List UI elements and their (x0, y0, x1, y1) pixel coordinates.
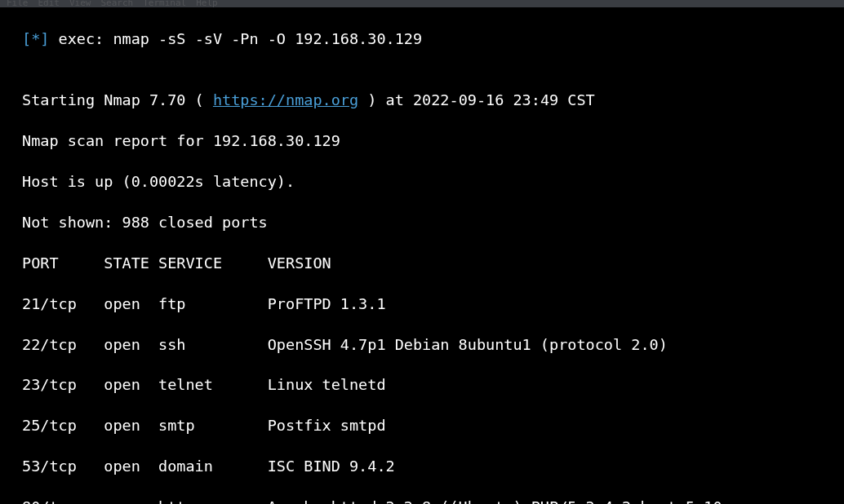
scan-report-line: Nmap scan report for 192.168.30.129 (22, 131, 824, 152)
port-row: 25/tcp open smtp Postfix smtpd (22, 416, 824, 436)
menu-file[interactable]: File (7, 0, 29, 7)
prompt-star-icon: * (31, 30, 40, 47)
port-row: 21/tcp open ftp ProFTPD 1.3.1 (22, 294, 824, 315)
prompt-bracket-close: ] (40, 30, 49, 47)
menu-help[interactable]: Help (196, 0, 218, 7)
host-up-line: Host is up (0.00022s latency). (22, 172, 824, 192)
not-shown-line: Not shown: 988 closed ports (22, 213, 824, 233)
port-header-line: PORT STATE SERVICE VERSION (22, 254, 824, 274)
menu-edit[interactable]: Edit (38, 0, 60, 7)
menu-search[interactable]: Search (101, 0, 134, 7)
menu-view[interactable]: View (69, 0, 91, 7)
exec-command: nmap -sS -sV -Pn -O 192.168.30.129 (113, 30, 422, 47)
prompt-bracket-open: [ (22, 30, 31, 47)
terminal-output[interactable]: [*] exec: nmap -sS -sV -Pn -O 192.168.30… (0, 7, 844, 504)
port-row: 80/tcp open http Apache httpd 2.2.8 ((Ub… (22, 497, 824, 504)
port-row: 53/tcp open domain ISC BIND 9.4.2 (22, 457, 824, 477)
nmap-url-link[interactable]: https://nmap.org (213, 91, 358, 108)
menubar: File Edit View Search Terminal Help (0, 0, 844, 7)
nmap-start-line: Starting Nmap 7.70 ( https://nmap.org ) … (22, 91, 824, 111)
port-row: 22/tcp open ssh OpenSSH 4.7p1 Debian 8ub… (22, 335, 824, 356)
prompt-line: [*] exec: nmap -sS -sV -Pn -O 192.168.30… (22, 29, 824, 50)
exec-label: exec: (49, 30, 113, 47)
menu-terminal[interactable]: Terminal (143, 0, 186, 7)
port-row: 23/tcp open telnet Linux telnetd (22, 375, 824, 396)
